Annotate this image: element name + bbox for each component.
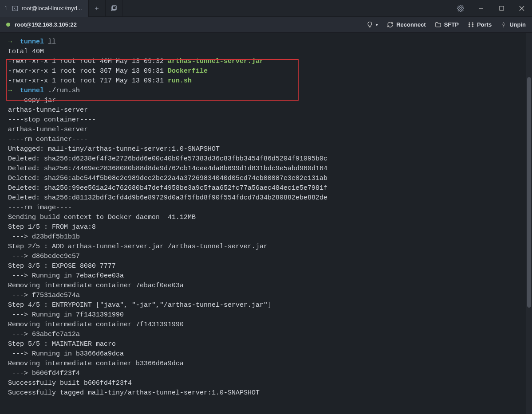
svg-rect-0 — [12, 6, 18, 11]
titlebar-right — [450, 0, 532, 16]
unpin-label: Unpin — [509, 21, 526, 28]
tab-title: root@local-linux:/myd... — [22, 5, 82, 12]
titlebar: 1 root@local-linux:/myd... — [0, 0, 532, 17]
status-dot-icon — [6, 23, 10, 27]
svg-rect-2 — [111, 7, 115, 11]
unpin-button[interactable]: Unpin — [500, 21, 526, 28]
prompt-dir: tunnel — [20, 87, 44, 94]
svg-rect-4 — [499, 6, 503, 10]
prompt-arrow-icon: → — [8, 38, 12, 46]
svg-point-5 — [469, 24, 470, 25]
chevron-down-icon: ▾ — [376, 23, 378, 27]
session-host[interactable]: root@192.168.3.105:22 — [6, 21, 77, 28]
sftp-button[interactable]: SFTP — [435, 21, 459, 28]
ls-total: total 40M — [8, 48, 44, 55]
reconnect-button[interactable]: Reconnect — [387, 21, 426, 28]
ls-row-3-file: run.sh — [168, 77, 192, 85]
prompt-arrow-icon: → — [8, 87, 12, 94]
settings-button[interactable] — [450, 0, 471, 17]
terminal-area: → tunnel ll total 40M -rwxr-xr-x 1 root … — [0, 33, 532, 414]
sftp-label: SFTP — [444, 21, 459, 28]
close-button[interactable] — [512, 0, 532, 17]
docker-build-output: ----copy jar---- arthas-tunnel-server --… — [8, 97, 327, 397]
terminal-output[interactable]: → tunnel ll total 40M -rwxr-xr-x 1 root … — [0, 33, 526, 414]
svg-point-6 — [472, 24, 473, 25]
new-tab-button[interactable] — [89, 0, 106, 17]
ls-row-2-file: Dockerfile — [168, 67, 208, 75]
command-run: ./run.sh — [48, 87, 80, 94]
hints-button[interactable]: ▾ — [366, 21, 378, 28]
active-tab[interactable]: 1 root@local-linux:/myd... — [0, 0, 89, 17]
ls-row-3-meta: -rwxr-xr-x 1 root root 717 May 13 09:31 — [8, 77, 168, 85]
ls-row-2-meta: -rwxr-xr-x 1 root root 367 May 13 09:31 — [8, 67, 168, 75]
maximize-button[interactable] — [491, 0, 512, 17]
titlebar-left: 1 root@local-linux:/myd... — [0, 0, 122, 16]
scrollbar-thumb[interactable] — [527, 77, 531, 308]
session-bar: root@192.168.3.105:22 ▾ Reconnect SFTP P… — [0, 17, 532, 33]
prompt-dir: tunnel — [20, 38, 44, 46]
tab-number: 1 — [4, 5, 8, 12]
terminal-icon — [12, 5, 18, 12]
svg-rect-1 — [112, 6, 116, 10]
svg-point-3 — [460, 8, 461, 9]
session-actions: ▾ Reconnect SFTP Ports Unpin — [366, 21, 526, 28]
ports-label: Ports — [477, 21, 492, 28]
ls-row-1-meta: -rwxr-xr-x 1 root root 40M May 13 09:32 — [8, 58, 168, 65]
scrollbar-track[interactable] — [526, 33, 532, 414]
ls-row-1-file: arthas-tunnel-server.jar — [168, 58, 264, 65]
ports-button[interactable]: Ports — [468, 21, 492, 28]
minimize-button[interactable] — [471, 0, 491, 17]
reconnect-label: Reconnect — [396, 21, 426, 28]
host-label: root@192.168.3.105:22 — [15, 21, 77, 28]
command-ll: ll — [48, 38, 56, 46]
windows-button[interactable] — [106, 0, 122, 17]
